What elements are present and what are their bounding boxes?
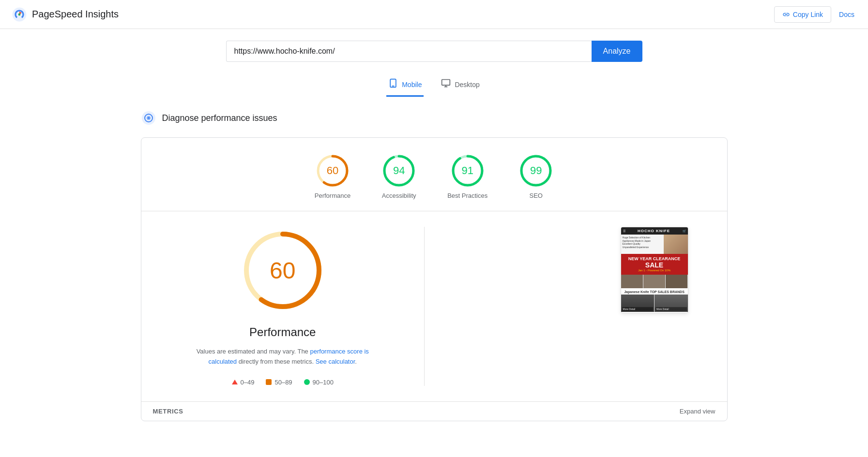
pagespeed-logo <box>12 7 27 22</box>
score-circle-accessibility: 94 <box>381 153 416 188</box>
preview-menu-icon: ☰ <box>623 229 625 233</box>
legend-fail: 0–49 <box>232 379 255 386</box>
preview-bottom-item-2: More Detail <box>655 295 688 312</box>
perf-left: 60 Performance Values are estimated and … <box>161 227 405 386</box>
score-value-best-practices: 91 <box>461 164 473 177</box>
tabs-section: Mobile Desktop <box>141 74 728 97</box>
tab-desktop-label: Desktop <box>455 81 479 88</box>
score-circle-performance: 60 <box>315 153 350 188</box>
preview-grid-item-2 <box>643 275 665 288</box>
preview-hero: Huge Selection of KitchenAppliances Made… <box>621 235 688 254</box>
score-performance[interactable]: 60 Performance <box>315 153 350 199</box>
preview-sale-sub: Jan 1 - Powered On 10% <box>623 269 686 272</box>
preview-hero-image <box>664 235 688 254</box>
big-score-circle: 60 <box>239 227 326 314</box>
preview-item-label-2: More Detail <box>655 307 687 311</box>
metrics-footer: METRICS Expand view <box>141 401 727 421</box>
svg-point-10 <box>148 117 150 119</box>
results-card: 60 Performance 94 Accessibility <box>141 137 728 421</box>
url-form: Analyze <box>226 41 642 62</box>
score-value-accessibility: 94 <box>393 164 405 177</box>
pass-range: 90–100 <box>313 379 334 386</box>
tab-desktop[interactable]: Desktop <box>439 74 481 97</box>
url-input[interactable] <box>226 41 592 62</box>
analyze-button[interactable]: Analyze <box>592 41 642 62</box>
score-label-seo: SEO <box>530 192 543 199</box>
fail-icon <box>232 380 238 384</box>
score-label-accessibility: Accessibility <box>382 192 416 199</box>
score-value-performance: 60 <box>327 164 338 177</box>
diagnose-icon <box>141 110 156 126</box>
score-accessibility[interactable]: 94 Accessibility <box>381 153 416 199</box>
tab-mobile[interactable]: Mobile <box>386 74 424 97</box>
copy-link-label: Copy Link <box>793 11 823 18</box>
score-circle-best-practices: 91 <box>450 153 485 188</box>
see-calculator-link[interactable]: See calculator <box>316 358 355 365</box>
preview-top-bar: ☰ HOCHO KNIFE 🛒 <box>621 227 688 235</box>
pass-icon <box>304 379 310 385</box>
preview-site-name: HOCHO KNIFE <box>638 229 670 233</box>
preview-product-grid <box>621 275 688 288</box>
header-left: PageSpeed Insights <box>12 7 119 22</box>
score-value-seo: 99 <box>530 164 542 177</box>
preview-sale-banner: NEW YEAR CLEARANCE SALE Jan 1 - Powered … <box>621 254 688 275</box>
docs-button[interactable]: Docs <box>837 7 856 22</box>
preview-section-title: Japanese Knife TOP SALES BRANDS <box>621 288 688 295</box>
legend-average: 50–89 <box>266 379 292 386</box>
preview-bottom-grid: More Detail More Detail <box>621 295 688 312</box>
app-title: PageSpeed Insights <box>32 9 119 20</box>
fail-range: 0–49 <box>241 379 255 386</box>
score-best-practices[interactable]: 91 Best Practices <box>447 153 487 199</box>
big-score-value: 60 <box>270 257 295 284</box>
metrics-label: METRICS <box>153 408 183 415</box>
preview-item-label-1: More Detail <box>622 307 654 311</box>
average-icon <box>266 379 272 385</box>
preview-grid-item-1 <box>621 275 643 288</box>
perf-description: Values are estimated and may vary. The p… <box>191 347 375 367</box>
main-content: Analyze Mobile Desktop <box>129 29 739 433</box>
preview-hero-left: Huge Selection of KitchenAppliances Made… <box>621 235 664 254</box>
legend: 0–49 50–89 90–100 <box>232 379 334 386</box>
tab-mobile-label: Mobile <box>402 81 422 88</box>
legend-pass: 90–100 <box>304 379 334 386</box>
url-section: Analyze <box>141 41 728 62</box>
perf-right: ☰ HOCHO KNIFE 🛒 Huge Selection of Kitche… <box>444 227 708 313</box>
mobile-icon <box>388 78 398 90</box>
preview-cart-icon: 🛒 <box>683 229 686 233</box>
score-seo[interactable]: 99 SEO <box>518 153 553 199</box>
preview-sale-text2: SALE <box>623 262 686 269</box>
diagnose-section: Diagnose performance issues <box>141 110 728 126</box>
header: PageSpeed Insights Copy Link Docs <box>0 0 868 29</box>
svg-point-1 <box>18 13 21 15</box>
desktop-icon <box>441 78 451 90</box>
mobile-preview: ☰ HOCHO KNIFE 🛒 Huge Selection of Kitche… <box>621 227 688 313</box>
expand-view-button[interactable]: Expand view <box>680 408 716 415</box>
perf-title: Performance <box>249 325 316 339</box>
perf-section: 60 Performance Values are estimated and … <box>141 211 727 401</box>
header-right: Copy Link Docs <box>774 6 856 23</box>
preview-grid-item-3 <box>666 275 687 288</box>
scores-row: 60 Performance 94 Accessibility <box>141 138 727 211</box>
link-icon <box>782 11 790 18</box>
preview-hero-text: Huge Selection of KitchenAppliances Made… <box>623 236 662 249</box>
diagnose-title: Diagnose performance issues <box>162 113 277 123</box>
score-label-performance: Performance <box>315 192 350 199</box>
score-circle-seo: 99 <box>518 153 553 188</box>
copy-link-button[interactable]: Copy Link <box>774 6 831 23</box>
svg-rect-4 <box>442 80 450 86</box>
preview-bottom-item-1: More Detail <box>621 295 655 312</box>
score-label-best-practices: Best Practices <box>447 192 487 199</box>
average-range: 50–89 <box>274 379 292 386</box>
vertical-divider <box>424 227 425 386</box>
